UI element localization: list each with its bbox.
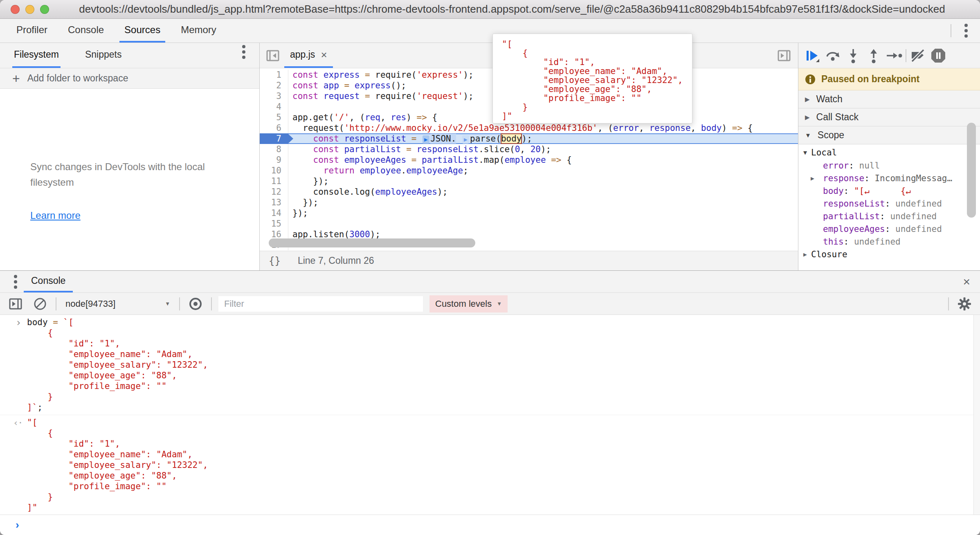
scope-closure-header[interactable]: ▶ Closure	[798, 248, 980, 261]
console-scroll-gutter	[973, 315, 980, 515]
main-tab-profiler[interactable]: Profiler	[11, 19, 52, 43]
value-preview-popup: "[ { "id": "1", "employee_name": "Adam",…	[492, 34, 692, 124]
main-tab-bar: ProfilerConsoleSourcesMemory	[0, 19, 980, 43]
file-tab-appjs[interactable]: app.js ×	[284, 43, 333, 68]
code-line-13[interactable]: 13 });	[260, 197, 798, 208]
horizontal-scrollbar[interactable]	[269, 238, 475, 247]
pretty-print-icon[interactable]: {}	[269, 255, 281, 267]
line-number-8[interactable]: 8	[260, 144, 288, 155]
line-number-5[interactable]: 5	[260, 112, 288, 123]
line-number-3[interactable]: 3	[260, 91, 288, 101]
code-line-12[interactable]: 12 console.log(employeeAges);	[260, 187, 798, 197]
hide-navigator-icon[interactable]	[264, 47, 282, 65]
drawer-menu-icon[interactable]	[14, 280, 17, 283]
console-log[interactable]: › body = `[ { "id": "1", "employee_name"…	[0, 315, 980, 515]
learn-more-link[interactable]: Learn more	[30, 210, 81, 221]
scope-var-employeeAges[interactable]: employeeAges: undefined	[798, 223, 980, 235]
return-value-arrow-icon: ‹·	[13, 418, 22, 428]
sidebar-scrollbar[interactable]	[967, 123, 976, 218]
zoom-window-button[interactable]	[40, 5, 49, 14]
console-settings-gear-icon[interactable]	[955, 295, 973, 313]
code-line-15[interactable]: 15	[260, 218, 798, 229]
line-number-11[interactable]: 11	[260, 176, 288, 187]
deactivate-breakpoints-icon[interactable]	[909, 47, 927, 65]
main-tab-sources[interactable]: Sources	[119, 19, 165, 43]
main-tab-bar-items: ProfilerConsoleSourcesMemory	[11, 19, 232, 43]
resume-script-icon[interactable]	[803, 47, 821, 65]
cursor-position: Line 7, Column 26	[298, 255, 374, 266]
scope-tree: ▼ Local error: null▶response: IncomingMe…	[798, 144, 980, 270]
scope-local-header[interactable]: ▼ Local	[798, 146, 980, 159]
navigator-tab-snippets[interactable]: Snippets	[83, 43, 124, 68]
line-number-12[interactable]: 12	[260, 187, 288, 197]
scope-var-body[interactable]: body: "[↵ {↵ "…	[798, 184, 980, 197]
code-line-9[interactable]: 9 const employeeAges = partialList.map(e…	[260, 155, 798, 165]
code-line-7[interactable]: 7 const responseList = ▶JSON. ▶parse(bod…	[260, 133, 798, 144]
line-number-10[interactable]: 10	[260, 165, 288, 176]
clear-console-icon[interactable]	[31, 295, 49, 313]
code-line-8[interactable]: 8 const partialList = responseList.slice…	[260, 144, 798, 155]
chevron-right-icon: ▶	[803, 251, 807, 258]
code-line-10[interactable]: 10 return employee.employeeAge;	[260, 165, 798, 176]
scope-section-header[interactable]: ▼ Scope	[798, 126, 980, 144]
show-debugger-sidebar-icon[interactable]	[775, 47, 793, 65]
navigator-tab-filesystem[interactable]: Filesystem	[12, 43, 61, 68]
paused-banner: Paused on breakpoint	[798, 68, 980, 90]
step-over-icon[interactable]	[824, 47, 842, 65]
navigator-pane: FilesystemSnippets + Add folder to works…	[0, 43, 260, 270]
main-tab-console[interactable]: Console	[63, 19, 109, 43]
line-number-7[interactable]: 7	[260, 133, 288, 144]
scope-var-this[interactable]: this: undefined	[798, 235, 980, 248]
console-header: Console ×	[0, 271, 980, 293]
scope-var-responseList[interactable]: responseList: undefined	[798, 197, 980, 210]
chevron-right-icon[interactable]: ▶	[811, 175, 814, 182]
close-window-button[interactable]	[11, 5, 20, 14]
prompt-chevron-icon: ›	[16, 519, 19, 531]
line-number-1[interactable]: 1	[260, 70, 288, 80]
code-line-11[interactable]: 11 });	[260, 176, 798, 187]
filter-input[interactable]	[218, 296, 423, 312]
execution-context-selector[interactable]: node[94733] ▼	[63, 299, 173, 309]
close-drawer-icon[interactable]: ×	[963, 275, 970, 289]
step-into-icon[interactable]	[844, 47, 862, 65]
step-out-icon[interactable]	[865, 47, 883, 65]
add-folder-button[interactable]: + Add folder to workspace	[0, 68, 259, 89]
live-expression-eye-icon[interactable]	[187, 295, 205, 313]
navigator-menu-icon[interactable]	[242, 50, 245, 54]
line-number-2[interactable]: 2	[260, 80, 288, 91]
call-stack-section-header[interactable]: ▶ Call Stack	[798, 108, 980, 126]
code-line-6[interactable]: 6 request('http://www.mocky.io/v2/5e1a9a…	[260, 123, 798, 133]
divider	[179, 297, 180, 310]
line-number-9[interactable]: 9	[260, 155, 288, 165]
line-number-14[interactable]: 14	[260, 208, 288, 218]
scope-var-error[interactable]: error: null	[798, 159, 980, 172]
line-number-4[interactable]: 4	[260, 101, 288, 112]
main-tab-memory[interactable]: Memory	[176, 19, 221, 43]
chevron-down-icon: ▼	[805, 132, 811, 139]
log-levels-dropdown[interactable]: Custom levels ▼	[429, 295, 508, 312]
console-tab[interactable]: Console	[24, 271, 73, 292]
watch-section-header[interactable]: ▶ Watch	[798, 90, 980, 108]
main-menu-icon[interactable]	[964, 29, 968, 32]
console-toolbar: node[94733] ▼ Custom levels ▼	[0, 293, 980, 315]
minimize-window-button[interactable]	[25, 5, 34, 14]
navigator-tab-bar: FilesystemSnippets	[0, 43, 259, 68]
line-number-6[interactable]: 6	[260, 123, 288, 133]
pause-on-exceptions-icon[interactable]	[929, 47, 947, 65]
scope-var-partialList[interactable]: partialList: undefined	[798, 210, 980, 223]
console-sidebar-icon[interactable]	[7, 295, 25, 313]
console-prompt[interactable]: ›	[0, 515, 980, 535]
code-line-14[interactable]: 14});	[260, 208, 798, 218]
divider	[906, 49, 906, 62]
input-chevron-icon: ›	[16, 317, 21, 328]
add-folder-label: Add folder to workspace	[27, 73, 128, 84]
chevron-down-icon: ▼	[803, 149, 807, 156]
line-number-13[interactable]: 13	[260, 197, 288, 208]
scope-var-response[interactable]: ▶response: IncomingMessag…	[798, 172, 980, 184]
file-tab-close-icon[interactable]: ×	[321, 49, 327, 60]
step-icon[interactable]	[885, 47, 903, 65]
window-controls	[11, 5, 49, 14]
line-number-15[interactable]: 15	[260, 218, 288, 229]
watch-label: Watch	[816, 94, 843, 105]
sync-message: Sync changes in DevTools with the local …	[30, 159, 235, 190]
